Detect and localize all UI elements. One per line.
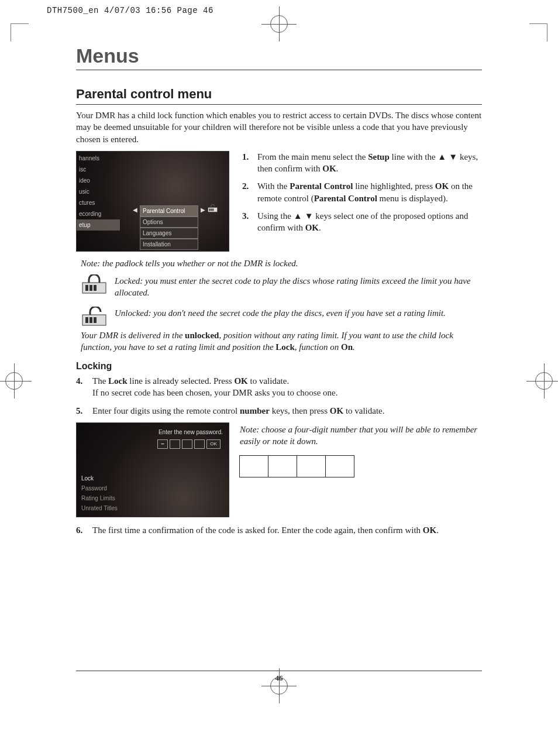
subsection-title: Locking (76, 361, 482, 372)
step-text: From the main menu select the Setup line… (257, 151, 482, 175)
note-text: Note: choose a four-digit number that yo… (240, 424, 482, 448)
svg-rect-6 (89, 285, 92, 291)
svg-rect-2 (211, 208, 212, 211)
menu-item: ecording (77, 208, 120, 219)
step-text: The first time a confirmation of the cod… (92, 524, 439, 536)
svg-rect-1 (209, 208, 210, 211)
section-title: Parental control menu (76, 87, 482, 105)
step-text: With the Parental Control line highlight… (257, 180, 482, 204)
password-prompt-label: Enter the new password. (159, 429, 223, 435)
svg-rect-10 (89, 317, 92, 323)
registration-target-icon (526, 363, 558, 398)
step-text: Enter four digits using the remote contr… (92, 405, 385, 417)
password-digit-boxes: –OK (157, 439, 221, 449)
padlock-unlocked-icon (208, 204, 218, 214)
menu-item: Password (80, 483, 119, 493)
step-number: 4. (76, 375, 87, 399)
screenshot-password-entry: Enter the new password. –OK LockPassword… (76, 422, 229, 517)
svg-rect-3 (212, 208, 213, 211)
registration-target-icon (261, 6, 297, 41)
menu-item: Lock (80, 473, 119, 483)
step-number: 1. (242, 151, 253, 175)
svg-rect-5 (85, 285, 88, 291)
menu-item: Rating Limits (80, 493, 119, 503)
svg-rect-9 (85, 317, 88, 323)
step-number: 5. (76, 405, 87, 417)
registration-target-icon (261, 668, 297, 703)
menu-item: isc (77, 164, 120, 175)
registration-target-icon (0, 363, 32, 398)
menu-item: hannels (77, 153, 120, 164)
step-number: 3. (242, 210, 253, 234)
submenu-item: Installation (140, 239, 198, 250)
padlock-locked-icon (81, 274, 108, 295)
screenshot-setup-menu: hannelsiscideousiccturesecordingetup ◀ P… (76, 151, 229, 252)
menu-item: etup (77, 219, 120, 231)
menu-item: ctures (77, 197, 120, 208)
svg-rect-7 (94, 285, 97, 291)
crop-mark (529, 23, 547, 42)
menu-item: ideo (77, 175, 120, 186)
code-write-boxes (240, 455, 482, 477)
up-down-arrow-icon: ▲ ▼ (438, 152, 457, 161)
step-number: 2. (242, 180, 253, 204)
intro-text: Your DMR has a child lock function which… (76, 109, 482, 145)
note-text: Unlocked: you don't need the secret code… (115, 307, 482, 319)
step-text: The Lock line is already selected. Press… (92, 375, 337, 399)
up-down-arrow-icon: ▲ ▼ (294, 211, 314, 221)
crop-mark (11, 23, 29, 42)
svg-rect-11 (94, 317, 97, 323)
padlock-unlocked-icon (81, 306, 108, 327)
submenu-item: Languages (140, 228, 198, 239)
step-number: 6. (76, 524, 87, 536)
menu-item: Unrated Titles (80, 503, 119, 513)
note-text: Locked: you must enter the secret code t… (115, 275, 482, 299)
submenu-item: Options (140, 217, 198, 228)
menu-item: usic (77, 186, 120, 197)
submenu-item: Parental Control (140, 205, 198, 217)
chapter-title: Menus (76, 44, 482, 70)
step-text: Using the ▲ ▼ keys select one of the pro… (257, 210, 482, 234)
note-text: Your DMR is delivered in the unlocked, p… (81, 329, 482, 353)
triangle-left-icon: ◀ (133, 207, 137, 213)
note-text: Note: the padlock tells you whether or n… (81, 257, 482, 269)
triangle-right-icon: ▶ (201, 207, 205, 213)
